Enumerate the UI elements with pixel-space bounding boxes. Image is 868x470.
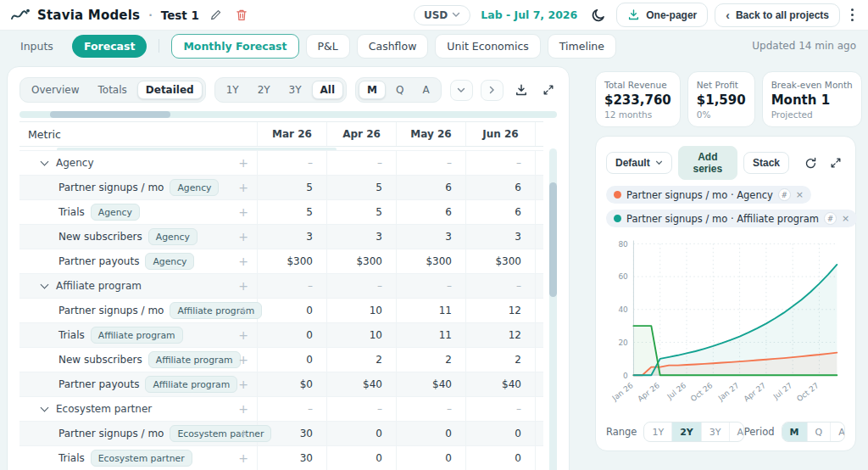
table-row[interactable]: Ecosystem partner+–––– — [19, 397, 543, 422]
expand-chart-button[interactable] — [826, 155, 845, 171]
value-cell[interactable]: 2 — [326, 348, 396, 372]
value-cell[interactable]: 0 — [396, 446, 465, 470]
value-cell[interactable]: 0 — [257, 323, 326, 347]
step-forward-button[interactable] — [481, 80, 504, 101]
value-cell[interactable]: – — [396, 397, 465, 421]
value-cell[interactable]: 3 — [326, 225, 396, 249]
chevron-down-icon[interactable] — [41, 404, 49, 412]
value-cell[interactable]: 0 — [396, 422, 465, 445]
range-tab-3y[interactable]: 3Y — [281, 81, 310, 99]
chart-period-m[interactable]: M — [782, 422, 807, 441]
view-tab-detailed[interactable]: Detailed — [137, 81, 203, 99]
format-number-button[interactable]: # — [778, 188, 791, 201]
value-cell[interactable]: $40 — [465, 372, 535, 396]
chevron-down-icon[interactable] — [41, 158, 49, 166]
add-row-button[interactable]: + — [238, 378, 248, 391]
value-cell[interactable]: 5 — [257, 200, 326, 224]
subtab-timeline[interactable]: Timeline — [548, 34, 616, 59]
add-row-button[interactable]: + — [238, 328, 248, 342]
value-cell[interactable]: 11 — [396, 323, 465, 347]
period-tab-m[interactable]: M — [359, 81, 386, 99]
value-cell[interactable]: – — [326, 397, 396, 421]
table-row[interactable]: New subscribersAgency+3333 — [19, 225, 543, 249]
horizontal-scrollbar[interactable] — [19, 111, 557, 118]
value-cell[interactable]: 2 — [396, 348, 465, 372]
value-cell[interactable]: 3 — [396, 225, 465, 249]
value-cell[interactable]: $300 — [326, 249, 396, 273]
value-cell[interactable]: 5 — [326, 176, 396, 199]
chart-range-all[interactable]: All — [729, 422, 744, 441]
add-row-button[interactable]: + — [238, 427, 248, 440]
period-tab-a[interactable]: A — [415, 81, 438, 99]
value-cell[interactable]: 0 — [326, 446, 396, 470]
range-tab-2y[interactable]: 2Y — [249, 81, 279, 99]
period-tab-q[interactable]: Q — [387, 81, 412, 99]
collapse-all-button[interactable] — [450, 80, 473, 101]
nav-tab-forecast[interactable]: Forecast — [72, 35, 147, 58]
value-cell[interactable]: 0 — [257, 299, 326, 322]
add-row-button[interactable]: + — [238, 451, 248, 465]
value-cell[interactable]: – — [396, 151, 465, 175]
value-cell[interactable]: 2 — [465, 348, 535, 372]
value-cell[interactable]: 0 — [326, 422, 396, 445]
value-cell[interactable]: 3 — [257, 225, 326, 249]
value-cell[interactable]: $0 — [257, 372, 326, 396]
value-cell[interactable]: 10 — [326, 323, 396, 347]
value-cell[interactable]: 0 — [257, 348, 326, 372]
stack-button[interactable]: Stack — [743, 152, 789, 174]
table-row[interactable]: Partner payoutsAgency+$300$300$300$300 — [19, 249, 543, 274]
value-cell[interactable]: $300 — [257, 249, 326, 273]
value-cell[interactable]: – — [257, 151, 326, 175]
value-cell[interactable]: – — [326, 274, 396, 298]
value-cell[interactable]: $40 — [326, 372, 396, 396]
reset-chart-button[interactable] — [801, 155, 821, 171]
forecast-chart[interactable]: 020406080Jan 26Apr 26Jul 26Oct 26Jan 27A… — [606, 234, 847, 422]
value-cell[interactable]: 12 — [465, 299, 535, 322]
nav-tab-inputs[interactable]: Inputs — [8, 35, 65, 58]
format-number-button[interactable]: # — [824, 212, 837, 225]
dark-mode-toggle[interactable] — [587, 6, 609, 25]
value-cell[interactable]: 6 — [396, 176, 465, 199]
expand-table-button[interactable] — [539, 82, 558, 98]
value-cell[interactable]: 0 — [465, 446, 535, 470]
add-row-button[interactable]: + — [238, 255, 248, 268]
value-cell[interactable]: – — [465, 397, 535, 421]
value-cell[interactable]: 0 — [465, 422, 535, 445]
remove-series-button[interactable]: × — [842, 213, 849, 224]
add-row-button[interactable]: + — [238, 156, 248, 170]
table-row[interactable]: Affiliate program+–––– — [19, 274, 543, 299]
range-tab-all[interactable]: All — [312, 81, 344, 99]
subtab-monthly-forecast[interactable]: Monthly Forecast — [171, 34, 298, 59]
add-row-button[interactable]: + — [238, 279, 248, 293]
value-cell[interactable]: 12 — [465, 323, 535, 347]
range-tab-1y[interactable]: 1Y — [218, 81, 248, 99]
chart-range-2y[interactable]: 2Y — [671, 422, 701, 441]
value-cell[interactable]: $300 — [396, 249, 465, 273]
one-pager-button[interactable]: One-pager — [616, 3, 708, 27]
value-cell[interactable]: – — [465, 151, 535, 175]
chevron-down-icon[interactable] — [41, 281, 49, 289]
subtab-p-l[interactable]: P&L — [306, 34, 350, 59]
chart-period-q[interactable]: Q — [807, 422, 831, 441]
view-tab-overview[interactable]: Overview — [23, 81, 88, 99]
add-row-button[interactable]: + — [238, 230, 248, 243]
vertical-scrollbar[interactable] — [549, 148, 557, 470]
horizontal-scrollbar-thumb[interactable] — [50, 111, 170, 118]
value-cell[interactable]: – — [257, 397, 326, 421]
table-row[interactable]: Partner signups / moAgency+5566 — [19, 176, 543, 200]
vertical-scrollbar-thumb[interactable] — [549, 182, 557, 297]
subtab-unit-economics[interactable]: Unit Economics — [435, 34, 540, 59]
value-cell[interactable]: $300 — [465, 249, 535, 273]
table-row[interactable]: TrialsAffiliate program+0101112 — [19, 323, 543, 348]
delete-model-button[interactable] — [232, 7, 251, 23]
add-row-button[interactable]: + — [238, 205, 248, 219]
value-cell[interactable]: 10 — [326, 299, 396, 322]
currency-select[interactable]: USD — [414, 5, 470, 25]
table-row[interactable]: TrialsEcosystem partner+30000 — [19, 446, 543, 470]
subtab-cashflow[interactable]: Cashflow — [357, 34, 429, 59]
export-table-button[interactable] — [511, 81, 531, 98]
table-row[interactable]: Partner signups / moAffiliate program+01… — [19, 299, 543, 323]
series-chip[interactable]: Partner signups / mo · Affiliate program… — [606, 210, 857, 227]
add-row-button[interactable]: + — [238, 353, 248, 366]
value-cell[interactable]: – — [465, 274, 535, 298]
